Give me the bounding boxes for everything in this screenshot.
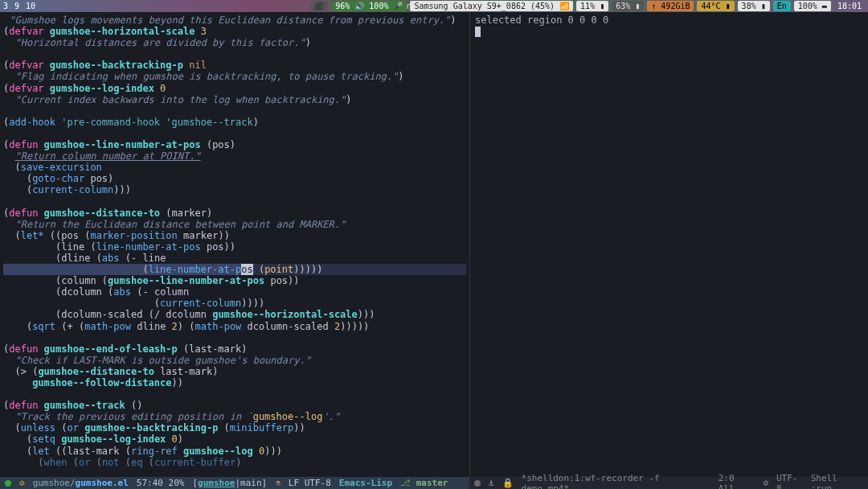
docstring: '."	[322, 411, 340, 422]
when: when	[44, 457, 68, 468]
abs: abs	[102, 253, 120, 264]
fn-name: gumshoe--end-of-leash-p	[44, 343, 178, 355]
anchor-icon: ⚓	[489, 478, 494, 488]
arg: marker	[183, 230, 218, 241]
binding: pos	[61, 230, 79, 241]
arg: dline	[137, 321, 166, 332]
add-hook: add-hook	[9, 117, 55, 128]
modeline-left[interactable]: ⚙ gumshoe/gumshoe.el 57:40 20% [gumshoe|…	[0, 477, 469, 489]
arg: dcolumn	[166, 309, 207, 320]
num: 0	[172, 434, 178, 445]
let: let	[32, 446, 50, 457]
math-pow: math-pow	[84, 321, 131, 332]
var-ref: gumshoe--horizontal-scale	[212, 309, 358, 320]
fn-call: gumshoe--distance-to	[38, 366, 154, 377]
num: 2	[172, 321, 178, 332]
line-number-at-pos: line-number-at-pos	[96, 241, 201, 253]
var-value: 3	[201, 26, 207, 37]
region-status: selected region 0 0 0 0	[475, 14, 863, 26]
binding: line	[61, 241, 84, 253]
docstring: "Horizontal distances are divided by thi…	[14, 37, 305, 48]
modified-indicator-icon	[5, 480, 11, 487]
var-ref: gumshoe--backtracking-p	[84, 422, 218, 434]
var-name: gumshoe--backtracking-p	[50, 60, 183, 71]
lock-icon: 🔒	[502, 478, 514, 488]
unless: unless	[21, 422, 55, 434]
current-column: current-column	[32, 184, 113, 195]
battery-badge[interactable]: 11% ▮	[576, 1, 608, 11]
keyword-defvar: defvar	[9, 26, 43, 37]
cpu-badge[interactable]: 38% ▮	[738, 1, 770, 11]
fn-name: gumshoe--track	[44, 400, 125, 411]
math-pow: math-pow	[195, 321, 242, 332]
docstring: "Gumshoe logs movements beyond this Eucl…	[9, 14, 450, 26]
git-branch[interactable]: master	[416, 478, 448, 488]
file-path: gumshoe/	[33, 478, 76, 488]
modeline-right[interactable]: ⚓ 🔒 *shelldon:1:wf-recorder -f demo.mp4*…	[469, 477, 868, 489]
disk-badge[interactable]: ↑ 492GiB	[647, 1, 694, 11]
buffer-name: *shelldon:1:wf-recorder -f demo.mp4*	[522, 473, 710, 490]
goto-char: goto-char	[32, 173, 84, 184]
bluetooth-badge[interactable]: Samsung Galaxy S9+_0862 (45%) 📶	[410, 1, 573, 11]
docstring: "Return column number at POINT."	[14, 150, 200, 162]
setq: setq	[32, 434, 55, 445]
topbar-right: ⬛ 96% 🔊 100% 🎤 Samsung Galaxy S9+_0862 (…	[310, 1, 865, 11]
save-excursion: save-excursion	[21, 162, 102, 173]
audio-badge[interactable]: 96% 🔊 100% 🎤	[331, 1, 407, 11]
workspace-item[interactable]: 10	[26, 2, 35, 10]
docstring: "Return the Euclidean distance between p…	[14, 219, 346, 230]
sub: -	[131, 253, 137, 264]
cursor-char: os	[241, 264, 252, 275]
arg: pos	[270, 275, 288, 286]
project-name[interactable]: gumshoe	[198, 478, 235, 488]
keyword-defvar: defvar	[9, 83, 43, 94]
tray-item[interactable]: ⬛	[310, 1, 328, 11]
file-type-icon: ⚙	[19, 478, 25, 488]
selected-region: (line-number-at-p	[3, 264, 241, 275]
current-column: current-column	[160, 298, 241, 309]
binding: column	[61, 275, 96, 286]
docstring: "Flag indicating when gumshoe is backtra…	[14, 71, 398, 82]
workspace-list[interactable]: 3 9 10	[3, 2, 35, 10]
encoding: LF UTF-8	[289, 478, 331, 488]
var-name: gumshoe--horizontal-scale	[50, 26, 195, 37]
doc-symbol: gumshoe--log	[253, 411, 323, 422]
workspace-item[interactable]: 3	[3, 2, 8, 10]
major-mode[interactable]: Emacs-Lisp	[339, 478, 392, 488]
memory-badge[interactable]: 63% ▮	[612, 1, 644, 11]
var-ref: gumshoe--log	[183, 446, 253, 457]
temp-badge[interactable]: 44°C ▮	[697, 1, 734, 11]
abs: abs	[113, 286, 131, 298]
fn-args: marker	[172, 208, 207, 219]
cursor-position: 2:0 All	[719, 473, 755, 490]
block-cursor-icon	[475, 27, 481, 37]
right-pane[interactable]: selected region 0 0 0 0	[469, 12, 868, 477]
code-pane[interactable]: "Gumshoe logs movements beyond this Eucl…	[0, 12, 469, 477]
branch-icon: ⎇	[400, 478, 411, 488]
minibufferp: minibufferp	[230, 422, 293, 434]
fn-args: last-mark	[189, 343, 241, 355]
keyword-defvar: defvar	[9, 60, 43, 71]
file-name: gumshoe.el	[76, 478, 129, 488]
binding: dcolumn-scaled	[61, 309, 142, 320]
nil-value: nil	[189, 60, 207, 71]
modeline: ⚙ gumshoe/gumshoe.el 57:40 20% [gumshoe|…	[0, 477, 868, 489]
or: or	[79, 457, 90, 468]
ring-ref: ring-ref	[131, 446, 178, 457]
modified-indicator-icon	[474, 480, 481, 487]
workspace-item[interactable]: 9	[14, 2, 19, 10]
cursor-line: (line-number-at-pos (point)))))	[3, 264, 466, 275]
fn-call: gumshoe--line-number-at-pos	[108, 275, 264, 286]
gear-icon: ⚙	[763, 478, 768, 488]
docstring: "Current index backwards into the log wh…	[14, 94, 346, 105]
arg: last-mark	[160, 366, 212, 377]
arg: pos	[90, 173, 108, 184]
keyboard-layout-badge[interactable]: En	[773, 1, 791, 11]
marker-position: marker-position	[90, 230, 177, 241]
gt: >	[21, 366, 27, 377]
binding: last-mark	[68, 446, 120, 457]
arg: dcolumn-scaled	[248, 321, 329, 332]
plus: +	[68, 321, 73, 332]
brightness-badge[interactable]: 100% ▬	[794, 1, 831, 11]
clock: 18:01	[834, 2, 865, 10]
